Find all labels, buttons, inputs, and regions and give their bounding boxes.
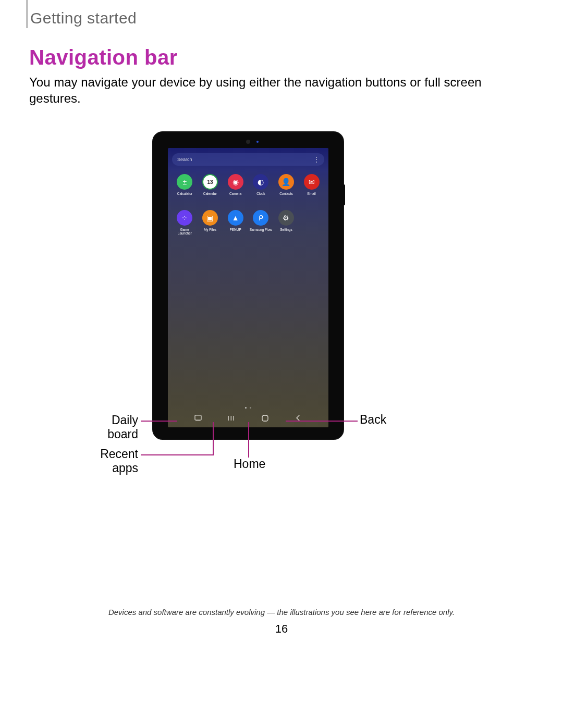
header-rule	[26, 0, 28, 28]
app-label: PENUP	[229, 228, 241, 231]
callout-daily-board-line	[141, 421, 177, 422]
home-button[interactable]	[260, 413, 270, 423]
app-label: Email	[308, 192, 316, 195]
app-icon: 👤	[278, 174, 294, 190]
app-label: Settings	[280, 228, 292, 231]
section-label: Getting started	[30, 9, 137, 27]
app-grid: ±Calculator13Calendar◉Camera◐Clock👤Conta…	[172, 174, 324, 235]
app-icon: ✉	[304, 174, 320, 190]
page-dot-active	[245, 407, 247, 409]
app-icon: ±	[177, 174, 192, 190]
tablet-side-button	[343, 184, 345, 205]
search-bar[interactable]: Search ⋮	[172, 153, 324, 166]
app-my-files[interactable]: ▣My Files	[198, 210, 223, 235]
callout-recent-apps-hline	[141, 454, 214, 455]
tablet-screen: Search ⋮ ±Calculator13Calendar◉Camera◐Cl…	[168, 148, 328, 427]
app-contacts[interactable]: 👤Contacts	[274, 174, 299, 195]
tablet-sensor	[256, 141, 259, 143]
app-label: Contacts	[279, 192, 293, 195]
app-label: My Files	[204, 228, 216, 231]
app-label: Samsung Flow	[250, 228, 272, 231]
tablet-camera	[246, 140, 250, 144]
more-icon[interactable]: ⋮	[313, 156, 319, 163]
recent-apps-button[interactable]: III	[226, 413, 237, 423]
callout-back-line	[286, 421, 358, 422]
callout-recent-apps-vline	[213, 422, 214, 454]
app-label: Clock	[256, 192, 265, 195]
page-dot	[250, 407, 251, 409]
app-icon: 13	[202, 174, 218, 190]
search-placeholder: Search	[177, 157, 192, 162]
body-paragraph: You may navigate your device by using ei…	[29, 74, 483, 106]
callout-home-line	[248, 422, 249, 458]
page-number: 16	[0, 622, 563, 636]
page-heading: Navigation bar	[29, 46, 178, 69]
app-calculator[interactable]: ±Calculator	[172, 174, 198, 195]
app-icon: ▣	[202, 210, 218, 226]
daily-board-button[interactable]	[193, 413, 203, 423]
callout-daily-board-label: Daily board	[81, 413, 138, 441]
app-settings[interactable]: ⚙Settings	[274, 210, 299, 235]
app-label: Calendar	[203, 192, 217, 195]
svg-rect-2	[262, 415, 268, 421]
footnote: Devices and software are constantly evol…	[0, 608, 563, 616]
page-indicator	[245, 407, 251, 409]
svg-rect-0	[195, 415, 201, 420]
tablet-device: Search ⋮ ±Calculator13Calendar◉Camera◐Cl…	[152, 131, 344, 440]
callout-back-label: Back	[360, 413, 386, 427]
app-label: Game Launcher	[174, 228, 195, 235]
app-game-launcher[interactable]: ⁘Game Launcher	[172, 210, 198, 235]
app-icon: ⁘	[177, 210, 192, 226]
app-penup[interactable]: ▲PENUP	[223, 210, 248, 235]
callout-recent-apps-label: Recent apps	[78, 447, 138, 475]
svg-rect-1	[196, 420, 201, 421]
callout-home-label: Home	[234, 457, 265, 471]
app-camera[interactable]: ◉Camera	[223, 174, 248, 195]
app-label: Calculator	[177, 192, 192, 195]
app-icon: ⚙	[278, 210, 294, 226]
app-icon: ◉	[228, 174, 243, 190]
back-button[interactable]	[293, 413, 303, 423]
app-clock[interactable]: ◐Clock	[248, 174, 274, 195]
app-calendar[interactable]: 13Calendar	[198, 174, 223, 195]
app-label: Camera	[229, 192, 241, 195]
app-icon: ▲	[228, 210, 243, 226]
app-icon: ᑭ	[253, 210, 268, 226]
app-samsung-flow[interactable]: ᑭSamsung Flow	[248, 210, 274, 235]
app-icon: ◐	[253, 174, 268, 190]
app-email[interactable]: ✉Email	[299, 174, 324, 195]
